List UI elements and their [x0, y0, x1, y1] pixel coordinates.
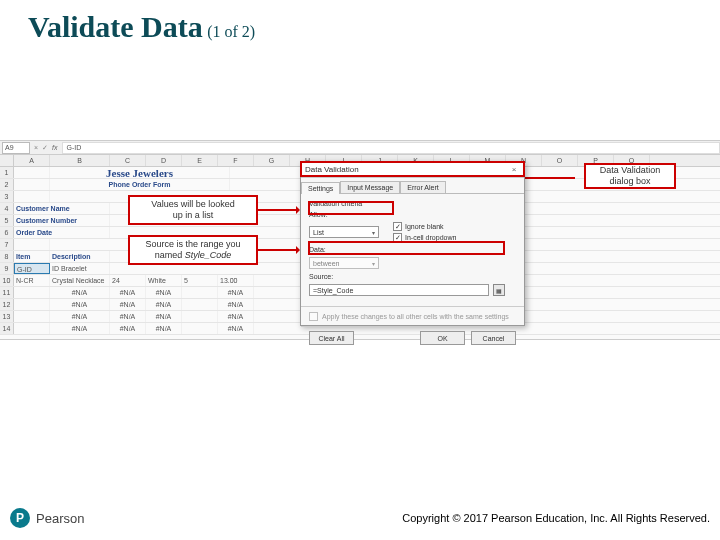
slide-title: Validate Data (1 of 2): [28, 10, 255, 44]
cell[interactable]: ID Bracelet: [50, 263, 110, 274]
title-main: Validate Data: [28, 10, 203, 43]
label-item[interactable]: Item: [14, 251, 50, 262]
cancel-entry-icon[interactable]: ×: [34, 144, 38, 152]
slide: Validate Data (1 of 2) A9 × ✓ fx G-ID A …: [0, 0, 720, 540]
data-dropdown: between ▾: [309, 257, 379, 269]
row-number[interactable]: 13: [0, 311, 14, 322]
row-number[interactable]: 7: [0, 239, 14, 250]
cell[interactable]: N-CR: [14, 275, 50, 286]
source-input[interactable]: =Style_Code: [309, 284, 489, 296]
dialog-button-row: Clear All OK Cancel: [301, 326, 524, 349]
arrow-icon: [258, 249, 298, 251]
callout-source-range: Source is the range you named Style_Code: [128, 235, 258, 265]
row-number[interactable]: 1: [0, 167, 14, 178]
row-number[interactable]: 12: [0, 299, 14, 310]
apply-changes-label: Apply these changes to all other cells w…: [322, 313, 509, 320]
clear-all-button[interactable]: Clear All: [309, 331, 354, 345]
dialog-body: Validation criteria Allow: List ▾ ✓ Igno…: [301, 194, 524, 306]
cancel-button[interactable]: Cancel: [471, 331, 516, 345]
dialog-titlebar[interactable]: Data Validation ×: [301, 162, 524, 178]
cell[interactable]: White: [146, 275, 182, 286]
apply-changes-row: Apply these changes to all other cells w…: [301, 306, 524, 326]
sheet-subtitle[interactable]: Phone Order Form: [50, 179, 230, 190]
callout-values-list: Values will be looked up in a list: [128, 195, 258, 225]
col-header[interactable]: B: [50, 155, 110, 166]
active-cell[interactable]: G-ID: [14, 263, 50, 274]
sheet-title[interactable]: Jesse Jewelers: [50, 167, 230, 178]
copyright-text: Copyright © 2017 Pearson Education, Inc.…: [402, 512, 710, 524]
cell[interactable]: 5: [182, 275, 218, 286]
row-number[interactable]: 6: [0, 227, 14, 238]
row-number[interactable]: 8: [0, 251, 14, 262]
allow-label: Allow:: [309, 211, 339, 218]
tab-error-alert[interactable]: Error Alert: [400, 181, 446, 193]
formula-input[interactable]: G-ID: [62, 142, 720, 154]
apply-changes-checkbox: [309, 312, 318, 321]
tab-input-message[interactable]: Input Message: [340, 181, 400, 193]
chevron-down-icon: ▾: [372, 260, 375, 267]
arrow-icon: [258, 209, 298, 211]
select-all-corner[interactable]: [0, 155, 14, 166]
label-order-date[interactable]: Order Date: [14, 227, 110, 238]
pearson-logo-mark: P: [10, 508, 30, 528]
pearson-logo: P Pearson: [10, 508, 84, 528]
chevron-down-icon: ▾: [372, 229, 375, 236]
dialog-title-text: Data Validation: [305, 165, 359, 174]
incell-dropdown-label: In-cell dropdown: [405, 234, 456, 241]
title-sub: (1 of 2): [207, 23, 255, 40]
slide-footer: P Pearson Copyright © 2017 Pearson Educa…: [0, 508, 720, 528]
fx-icon[interactable]: fx: [52, 144, 57, 151]
accept-entry-icon[interactable]: ✓: [42, 144, 48, 152]
col-header[interactable]: E: [182, 155, 218, 166]
incell-dropdown-checkbox[interactable]: ✓: [393, 233, 402, 242]
row-number[interactable]: 11: [0, 287, 14, 298]
cell[interactable]: 13.00: [218, 275, 254, 286]
cell-na[interactable]: #N/A: [50, 287, 110, 298]
tab-settings[interactable]: Settings: [301, 182, 340, 194]
ignore-blank-checkbox[interactable]: ✓: [393, 222, 402, 231]
label-customer-name[interactable]: Customer Name: [14, 203, 110, 214]
col-header[interactable]: A: [14, 155, 50, 166]
close-icon[interactable]: ×: [508, 164, 520, 176]
ok-button[interactable]: OK: [420, 331, 465, 345]
callout-dialog-box: Data Validation dialog box: [584, 163, 676, 189]
formula-bar-buttons: × ✓: [34, 144, 48, 152]
cell[interactable]: Crystal Necklace: [50, 275, 110, 286]
cell[interactable]: 24: [110, 275, 146, 286]
row-number[interactable]: 14: [0, 323, 14, 334]
row-number[interactable]: 3: [0, 191, 14, 202]
col-header[interactable]: F: [218, 155, 254, 166]
col-header[interactable]: O: [542, 155, 578, 166]
data-validation-dialog: Data Validation × Settings Input Message…: [300, 161, 525, 326]
col-header[interactable]: C: [110, 155, 146, 166]
data-label: Data:: [309, 246, 339, 253]
row-number[interactable]: 9: [0, 263, 14, 274]
validation-criteria-label: Validation criteria: [309, 200, 516, 207]
allow-dropdown[interactable]: List ▾: [309, 226, 379, 238]
row-number[interactable]: 2: [0, 179, 14, 190]
dialog-tabs: Settings Input Message Error Alert: [301, 178, 524, 194]
ignore-blank-label: Ignore blank: [405, 223, 444, 230]
label-customer-number[interactable]: Customer Number: [14, 215, 110, 226]
name-box[interactable]: A9: [2, 142, 30, 154]
excel-screenshot: A9 × ✓ fx G-ID A B C D E F G H I J K L M…: [0, 140, 720, 340]
pearson-logo-text: Pearson: [36, 511, 84, 526]
range-selector-icon[interactable]: ▦: [493, 284, 505, 296]
row-number[interactable]: 4: [0, 203, 14, 214]
row-number[interactable]: 5: [0, 215, 14, 226]
col-header[interactable]: G: [254, 155, 290, 166]
col-header[interactable]: D: [146, 155, 182, 166]
source-label: Source:: [309, 273, 333, 280]
formula-bar: A9 × ✓ fx G-ID: [0, 141, 720, 155]
label-description[interactable]: Description: [50, 251, 110, 262]
row-number[interactable]: 10: [0, 275, 14, 286]
